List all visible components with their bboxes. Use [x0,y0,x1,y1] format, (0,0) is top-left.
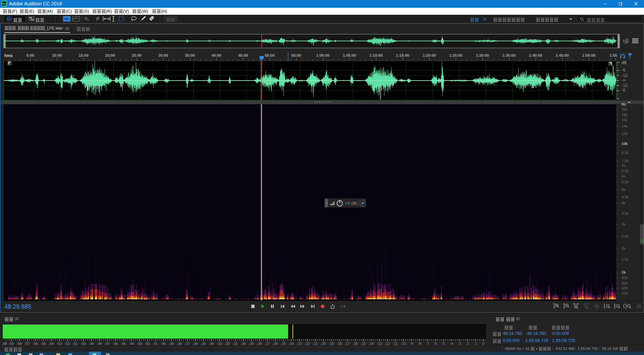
svg-text:45:00: 45:00 [238,53,248,57]
svg-text:1:15:00: 1:15:00 [396,53,410,57]
svg-text:5:00: 5:00 [26,53,34,57]
svg-text:50:00: 50:00 [265,53,274,57]
svg-text:1:05:00: 1:05:00 [343,53,356,57]
svg-text:55:00: 55:00 [291,53,301,57]
svg-text:1:55: 1:55 [609,53,618,57]
svg-text:10:00: 10:00 [52,53,62,57]
svg-text:1:45:00: 1:45:00 [555,53,569,57]
svg-text:35:00: 35:00 [185,53,195,57]
svg-text:1:30:00: 1:30:00 [476,53,489,57]
svg-text:1:40:00: 1:40:00 [529,53,542,57]
svg-text:40:00: 40:00 [212,53,221,57]
svg-text:30:00: 30:00 [158,53,168,57]
svg-text:15:00: 15:00 [78,53,88,57]
svg-text:1:25:00: 1:25:00 [449,53,463,57]
svg-text:1:10:00: 1:10:00 [369,53,383,57]
svg-text:25:00: 25:00 [132,53,142,57]
svg-text:20:00: 20:00 [105,53,115,57]
svg-text:1:00:00: 1:00:00 [316,53,330,57]
svg-text:1:50:00: 1:50:00 [582,53,596,57]
svg-text:1:35:00: 1:35:00 [502,53,516,57]
svg-text:1:20:00: 1:20:00 [423,53,436,57]
